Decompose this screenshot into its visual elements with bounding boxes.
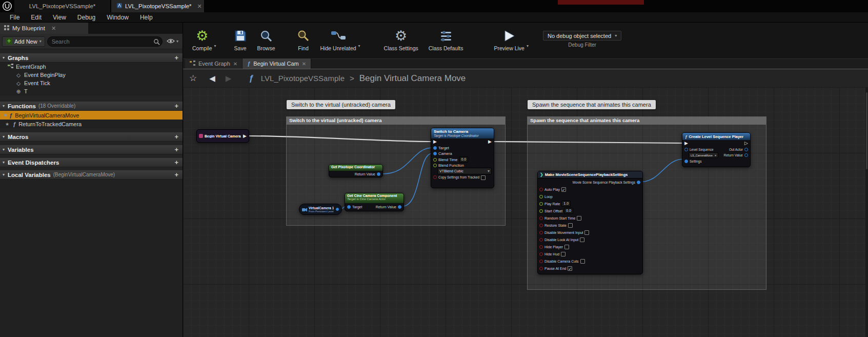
find-button[interactable]: Find [292,26,315,53]
disable-camera-cuts-pin[interactable] [539,260,543,263]
random-start-time-checkbox[interactable] [577,216,581,221]
forward-arrow-icon[interactable]: ▶ [226,74,232,83]
blend-time-pin[interactable] [433,158,437,162]
menu-file[interactable]: File [4,13,25,22]
return-value-pin[interactable] [398,205,401,209]
chevron-down-icon[interactable]: ▾ [527,44,529,48]
add-function-button[interactable]: + [174,102,178,110]
disable-look-at-input-checkbox[interactable] [580,237,584,242]
exec-out-pin[interactable]: ▶ [488,140,492,144]
section-variables[interactable]: ▾ Variables + [0,145,183,154]
disable-movement-input-pin[interactable] [539,231,543,234]
class-defaults-button[interactable]: Class Defaults [423,26,469,53]
copy-settings-checkbox[interactable] [481,175,486,180]
window-tab-blueprint[interactable]: LVL_PixotopeVSSample* ✕ [111,0,205,12]
comment-frame-title[interactable]: Switch to the virtual (untracked) camera [287,117,505,125]
browse-button[interactable]: Browse [252,26,280,53]
scrollbar-thumb[interactable] [866,92,867,169]
debug-object-dropdown[interactable]: No debug object selected ▾ [543,31,621,41]
hide-player-pin[interactable] [539,245,543,249]
start-offset-value[interactable]: 0.0 [564,208,573,214]
hide-player-checkbox[interactable] [564,245,569,249]
play-rate-value[interactable]: 1.0 [561,201,571,207]
chevron-down-icon[interactable]: ▾ [358,44,360,48]
close-icon[interactable]: ✕ [302,61,306,67]
blend-function-pin[interactable] [433,164,437,167]
expander-icon[interactable]: ▾ [3,172,5,177]
menu-view[interactable]: View [47,13,72,22]
copy-settings-pin[interactable] [433,175,437,179]
expander-icon[interactable]: ▾ [3,104,5,108]
close-icon[interactable]: ✕ [233,61,237,67]
menu-help[interactable]: Help [134,13,158,22]
hide-hud-pin[interactable] [539,252,543,256]
add-macro-button[interactable]: + [174,133,178,141]
loop-pin[interactable] [539,195,543,199]
menu-window[interactable]: Window [101,13,134,22]
blend-function-dropdown[interactable]: VTBlend Cubic ▾ [437,168,492,174]
class-settings-button[interactable]: ⚙ Class Settings [379,26,423,53]
add-graph-button[interactable]: + [174,54,178,62]
start-offset-pin[interactable] [539,209,543,213]
disable-camera-cuts-checkbox[interactable] [580,259,585,264]
bookmark-star-icon[interactable]: ☆ [189,73,197,84]
return-value-pin[interactable] [744,153,748,157]
disable-movement-input-checkbox[interactable] [584,230,589,235]
return-value-pin[interactable] [377,172,380,176]
node-virtualcamera-reference[interactable]: VirtualCamera 1 From Persistent Level [299,204,342,215]
tab-event-graph[interactable]: Event Graph ✕ [185,58,243,69]
chevron-down-icon[interactable]: ▾ [214,44,216,48]
object-out-pin[interactable] [336,208,339,211]
node-make-playback-settings[interactable]: ❯ Make MovieSceneSequencePlaybackSetting… [537,171,643,274]
add-new-button[interactable]: + Add New ▾ [2,36,45,47]
level-sequence-dropdown[interactable]: LS_CameraMove ▾ [689,152,718,158]
view-options-button[interactable]: ▾ [165,37,180,46]
disable-look-at-input-pin[interactable] [539,238,543,242]
node-begin-virtual-camera-move[interactable]: Begin Virtual Camera Move ▶ [196,129,249,143]
hide-hud-checkbox[interactable] [561,252,566,256]
tree-item-custom-event-t[interactable]: ⊕ T [0,87,183,95]
auto-play-checkbox[interactable] [561,187,566,192]
camera-pin[interactable] [433,152,437,155]
save-button[interactable]: Save [229,26,252,53]
settings-pin[interactable] [684,160,688,163]
add-local-variable-button[interactable]: + [174,171,178,179]
node-get-pixotope-coordinator[interactable]: Get Pixotope Coordinator Return Value [329,164,383,177]
hide-unrelated-button[interactable]: Hide Unrelated [315,26,361,53]
node-switch-to-camera[interactable]: Switch to Camera Target is Pixotope Coor… [431,128,494,188]
window-tab-level[interactable]: LVL_PixotopeVSSample* [14,0,111,12]
exec-out-pin[interactable]: ▶ [243,134,247,138]
add-variable-button[interactable]: + [174,146,178,153]
exec-in-pin[interactable]: ▶ [684,141,688,146]
tab-my-blueprint[interactable]: My Blueprint ✕ [0,23,88,34]
menu-edit[interactable]: Edit [25,13,47,22]
comment-frame-title[interactable]: Spawn the sequence that animates this ca… [528,117,766,125]
expander-icon[interactable]: ▾ [3,134,5,139]
close-icon[interactable]: ✕ [197,3,202,10]
breadcrumb-root[interactable]: LVL_PixotopeVSSample [261,74,345,83]
tab-begin-virtual-cam[interactable]: ƒ Begin Virtual Cam ✕ [243,58,311,69]
tree-item-eventgraph[interactable]: EventGraph [0,63,183,71]
tree-item-event-beginplay[interactable]: ◇ Event BeginPlay [0,71,183,79]
out-actor-pin[interactable] [744,148,748,151]
back-arrow-icon[interactable]: ◀ [209,74,215,83]
section-event-dispatchers[interactable]: ▾ Event Dispatchers + [0,158,183,167]
expander-icon[interactable]: ▾ [3,55,5,60]
pause-at-end-pin[interactable] [539,267,543,270]
exec-out-pin[interactable]: ▷ [744,141,748,146]
preview-live-button[interactable]: Preview Live [489,26,530,53]
output-pin[interactable] [637,181,640,184]
restore-state-checkbox[interactable] [568,223,573,228]
expander-icon[interactable]: ▾ [3,160,5,165]
target-pin[interactable] [433,146,437,150]
blend-time-value[interactable]: 0.0 [459,156,469,163]
canvas-scrollbar[interactable] [865,87,868,337]
node-create-level-sequence-player[interactable]: ƒ Create Level Sequence Player ▶ ▷ Level… [682,132,751,167]
node-get-cine-camera-component[interactable]: Get Cine Camera Component Target is Cine… [345,193,404,211]
compile-button[interactable]: ⚙ Compile [187,26,217,53]
search-input[interactable] [47,36,163,47]
tree-item-event-tick[interactable]: ◇ Event Tick [0,79,183,87]
random-start-time-pin[interactable] [539,216,543,220]
section-graphs[interactable]: ▾ Graphs + [0,53,183,63]
add-dispatcher-button[interactable]: + [174,158,178,166]
